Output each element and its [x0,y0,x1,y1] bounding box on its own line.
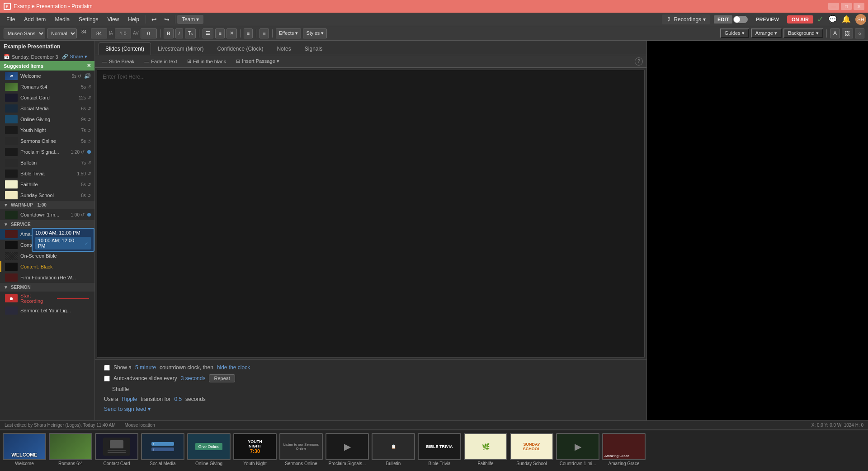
preview-button[interactable]: PREVIEW [751,15,783,24]
list-button[interactable]: ☰ [203,28,213,38]
image-button[interactable]: 🖼 [842,28,853,38]
team-button[interactable]: Team ▾ [177,15,203,24]
film-welcome[interactable]: WELCOME Welcome [2,432,47,471]
font-style-select[interactable]: Normal [47,28,77,38]
film-youth[interactable]: YOUTH NIGHT 7:30 Youth Night [232,432,278,471]
insert-passage-tool[interactable]: ⊞ Insert Passage ▾ [232,57,283,65]
auto-advance-checkbox[interactable] [104,376,110,382]
sermon-collapse-icon[interactable]: ▼ [4,285,8,290]
suggested-close-icon[interactable]: ✕ [87,63,91,69]
transition-type-link[interactable]: Ripple [122,396,137,402]
text-transform-button[interactable]: Tₐ [185,28,196,38]
font-family-select[interactable]: Museo Sans [4,28,45,38]
tab-signals[interactable]: Signals [298,42,329,55]
sidebar-item-giving[interactable]: Online Giving 9s ↺ [0,114,94,125]
slide-break-tool[interactable]: — Slide Break [99,58,138,65]
more-button[interactable]: ○ [855,28,864,38]
menu-help[interactable]: Help [123,14,144,24]
film-sermons[interactable]: Listen to our Sermons Online Sermons Onl… [278,432,324,471]
menu-file[interactable]: File [2,14,19,24]
sidebar-item-youth[interactable]: Youth Night 7s ↺ [0,125,94,136]
recordings-button[interactable]: 🎙 Recordings ▾ [662,14,710,24]
undo-button[interactable]: ↩ [148,14,160,25]
edit-toggle[interactable] [733,16,748,23]
fade-in-tool[interactable]: — Fade in text [141,58,180,65]
arrange-button[interactable]: Arrange ▾ [751,28,782,38]
film-sunday[interactable]: SUNDAY SCHOOL Sunday School [509,432,554,471]
tab-notes[interactable]: Notes [270,42,297,55]
text-size-button[interactable]: A [830,28,840,38]
maximize-button[interactable]: □ [841,3,852,10]
film-countdown[interactable]: ▶ Countdown 1 mi... [555,432,600,471]
minimize-button[interactable]: — [828,3,839,10]
sidebar-item-proclaim[interactable]: Proclaim Signal... 1:20 ↺ [0,146,94,157]
sidebar-item-start-recording[interactable]: ⏺ Start Recording [0,292,94,305]
clear-format-button[interactable]: ✕ [226,28,237,38]
film-proclaim[interactable]: ▶ Proclaim Signals... [325,432,370,471]
tab-livestream[interactable]: Livestream (Mirror) [151,42,210,55]
letter-spacing-input[interactable] [141,28,157,38]
transition-time-link[interactable]: 0.5 [174,396,182,402]
styles-button[interactable]: Styles ▾ [303,28,327,38]
sidebar-item-sermons[interactable]: Sermons Online 5s ↺ [0,136,94,146]
avatar[interactable]: SH [855,14,866,25]
warmup-collapse-icon[interactable]: ▼ [4,203,8,207]
service-time-popup[interactable]: 10:00 AM; 12:00 PM 10:00 AM; 12:00 PM ✓ [32,228,94,252]
countdown-time-link[interactable]: 5 minute [135,364,156,371]
film-faithlife[interactable]: 🌿 Faithlife [463,432,508,471]
sidebar-item-content-black-2[interactable]: Content: Black [0,261,94,272]
film-social[interactable]: t f Social Media [140,432,185,471]
align-button[interactable]: ≡ [215,28,224,38]
slide-help-button[interactable]: ? [635,57,643,66]
italic-button[interactable]: I [175,28,183,38]
sidebar-item-trivia[interactable]: Bible Trivia 1:50 ↺ [0,168,94,179]
background-button[interactable]: Background ▾ [783,28,823,38]
film-bulletin[interactable]: 📋 Bulletin [371,432,416,471]
sidebar-item-countdown[interactable]: Countdown 1 m... 1:00 ↺ [0,209,94,220]
line-height-input[interactable] [115,28,131,38]
fill-blank-tool[interactable]: ⊞ Fill in the blank [184,57,230,65]
tab-slides-content[interactable]: Slides (Content) [99,42,151,55]
auto-advance-time-link[interactable]: 3 seconds [181,375,206,382]
service-collapse-icon[interactable]: ▼ [4,222,8,227]
sidebar-item-onscreen-bible[interactable]: On-Screen Bible [0,250,94,261]
text-align-button[interactable]: ≡ [244,28,253,38]
font-size-input[interactable] [91,28,107,38]
sidebar-item-social[interactable]: Social Media 6s ↺ [0,103,94,114]
film-romans[interactable]: Romans 6:4 [48,432,93,471]
sidebar-item-romans[interactable]: Romans 6:4 5s ↺ [0,81,94,92]
sidebar-item-bulletin[interactable]: Bulletin 7s ↺ [0,157,94,168]
sign-feed-button[interactable]: Send to sign feed ▾ [104,406,151,412]
sidebar-item-sunday[interactable]: Sunday School 8s ↺ [0,190,94,201]
tab-confidence[interactable]: Confidence (Clock) [210,42,270,55]
menu-media[interactable]: Media [50,14,74,24]
sidebar-item-contact[interactable]: Contact Card 12s ↺ [0,92,94,103]
film-grace[interactable]: Amazing Grace Amazing Grace [601,432,646,471]
color-button[interactable]: ■ [259,28,269,38]
repeat-button[interactable]: Repeat [209,374,235,382]
check-icon[interactable]: ✓ [817,14,824,24]
menu-view[interactable]: View [103,14,123,24]
redo-button[interactable]: ↪ [160,14,173,25]
sidebar-item-firm-foundation[interactable]: Firm Foundation (He W... [0,272,94,283]
sidebar-item-welcome[interactable]: W Welcome 5s ↺ 🔊 [0,71,94,81]
guides-button[interactable]: Guides ▾ [720,28,749,38]
countdown-checkbox[interactable] [104,365,110,371]
film-giving[interactable]: Give Online Online Giving [186,432,231,471]
sidebar-item-sermon-let[interactable]: Sermon: Let Your Lig... [0,305,94,316]
close-button[interactable]: ✕ [854,3,864,10]
onair-button[interactable]: ON AIR [787,15,813,24]
effects-button[interactable]: Effects ▾ [276,28,301,38]
menu-add-item[interactable]: Add Item [19,14,50,24]
bold-button[interactable]: B [164,28,174,38]
bell-icon[interactable]: 🔔 [842,15,851,24]
slide-canvas[interactable]: Enter Text Here... [97,70,645,358]
menu-settings[interactable]: Settings [74,14,103,24]
chat-icon[interactable]: 💬 [828,15,837,24]
film-contact[interactable]: Contact Card [94,432,139,471]
countdown-hide-link[interactable]: hide the clock [217,364,250,371]
sidebar-item-amazing-grace[interactable]: Ama... 10:00 AM; 12:00 PM 10:00 AM; 12:0… [0,229,94,240]
film-trivia[interactable]: BIBLE TRIVIA Bible Trivia [417,432,462,471]
sidebar-item-faithlife[interactable]: Faithlife 5s ↺ [0,179,94,190]
edit-button[interactable]: EDIT [714,15,732,24]
